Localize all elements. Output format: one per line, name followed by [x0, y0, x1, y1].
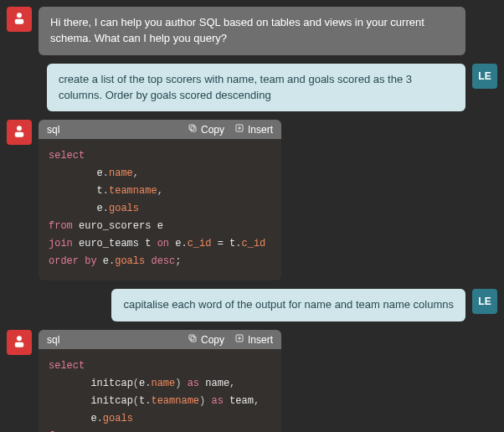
insert-icon: [234, 123, 244, 136]
user-avatar: LE: [472, 289, 497, 314]
svg-rect-5: [189, 125, 194, 130]
insert-button[interactable]: Insert: [234, 123, 273, 136]
bot-icon: [12, 11, 27, 28]
code-block: sql Copy Insert sel: [39, 120, 281, 280]
user-message-text: create a list of the top scorers with na…: [47, 64, 465, 112]
svg-point-7: [17, 336, 22, 341]
copy-icon: [188, 123, 198, 136]
bot-code-row: sql Copy Insert sel: [7, 120, 497, 280]
bot-icon: [12, 334, 27, 352]
bot-avatar: [7, 7, 32, 32]
code-language-label: sql: [47, 124, 59, 136]
svg-rect-3: [15, 132, 24, 137]
copy-label: Copy: [201, 124, 224, 136]
code-header: sql Copy Insert: [39, 330, 281, 349]
code-content[interactable]: select e.name, t.teamname, e.goals from …: [39, 139, 281, 280]
svg-point-2: [17, 126, 22, 131]
code-header: sql Copy Insert: [39, 120, 281, 139]
insert-button[interactable]: Insert: [234, 333, 273, 346]
user-message-row: capitalise each word of the output for n…: [7, 289, 497, 321]
user-message-text: capitalise each word of the output for n…: [111, 289, 465, 321]
bot-icon: [12, 124, 27, 141]
copy-button[interactable]: Copy: [188, 123, 224, 136]
copy-icon: [188, 333, 198, 346]
svg-rect-4: [191, 126, 196, 131]
bot-code-row: sql Copy Insert sel: [7, 330, 497, 432]
code-content[interactable]: select initcap(e.name) as name, initcap(…: [39, 349, 281, 432]
svg-rect-10: [189, 335, 194, 340]
user-avatar: LE: [472, 64, 497, 89]
insert-icon: [234, 333, 244, 346]
svg-point-0: [17, 13, 22, 18]
insert-label: Insert: [248, 124, 273, 136]
copy-label: Copy: [201, 334, 224, 346]
user-message-row: create a list of the top scorers with na…: [7, 64, 497, 112]
bot-message-text: Hi there, I can help you author SQL base…: [39, 7, 465, 55]
copy-button[interactable]: Copy: [188, 333, 224, 346]
bot-message-row: Hi there, I can help you author SQL base…: [7, 7, 497, 55]
code-language-label: sql: [47, 334, 59, 346]
code-block: sql Copy Insert sel: [39, 330, 281, 432]
svg-rect-8: [15, 342, 24, 347]
svg-rect-1: [15, 18, 24, 23]
insert-label: Insert: [248, 334, 273, 346]
bot-avatar: [7, 330, 32, 355]
bot-avatar: [7, 120, 32, 145]
svg-rect-9: [191, 337, 196, 342]
